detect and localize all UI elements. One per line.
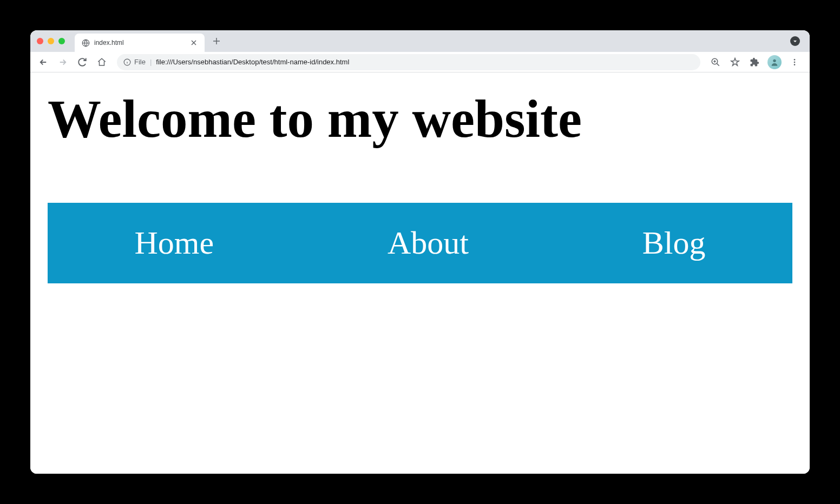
browser-window: index.html	[30, 30, 810, 474]
svg-point-5	[794, 61, 796, 63]
url-text: file:///Users/nsebhastian/Desktop/test/h…	[156, 58, 694, 66]
forward-button[interactable]	[54, 54, 71, 71]
menu-button[interactable]	[786, 54, 803, 71]
main-nav: Home About Blog	[48, 203, 792, 283]
info-icon	[123, 58, 131, 66]
toolbar-right	[707, 54, 805, 71]
toolbar: File | file:///Users/nsebhastian/Desktop…	[30, 52, 810, 72]
viewport: Welcome to my website Home About Blog	[30, 72, 810, 474]
tab-search-button[interactable]	[790, 36, 800, 46]
tab-bar-right	[790, 36, 803, 46]
window-close-button[interactable]	[37, 38, 43, 44]
reload-button[interactable]	[74, 54, 91, 71]
nav-link-home[interactable]: Home	[134, 224, 214, 262]
page-heading: Welcome to my website	[48, 90, 792, 149]
site-info-button[interactable]: File	[123, 58, 146, 66]
tab-title: index.html	[94, 39, 185, 47]
file-prefix-label: File	[134, 58, 146, 66]
window-controls	[37, 38, 65, 44]
svg-point-3	[773, 59, 776, 62]
new-tab-button[interactable]	[209, 34, 224, 49]
nav-link-blog[interactable]: Blog	[642, 224, 706, 262]
bookmark-button[interactable]	[726, 54, 744, 71]
window-maximize-button[interactable]	[58, 38, 65, 44]
svg-point-4	[794, 59, 796, 61]
window-minimize-button[interactable]	[48, 38, 54, 44]
extensions-button[interactable]	[746, 54, 763, 71]
browser-tab[interactable]: index.html	[75, 34, 205, 52]
zoom-button[interactable]	[707, 54, 724, 71]
back-button[interactable]	[35, 54, 52, 71]
svg-point-6	[794, 64, 796, 65]
address-divider: |	[150, 58, 152, 66]
avatar-icon	[770, 58, 779, 67]
nav-link-about[interactable]: About	[388, 224, 469, 262]
home-button[interactable]	[93, 54, 110, 71]
globe-icon	[81, 38, 90, 47]
tab-close-button[interactable]	[189, 38, 198, 47]
address-bar[interactable]: File | file:///Users/nsebhastian/Desktop…	[117, 54, 700, 70]
profile-avatar[interactable]	[767, 55, 782, 69]
tab-bar: index.html	[30, 30, 810, 52]
